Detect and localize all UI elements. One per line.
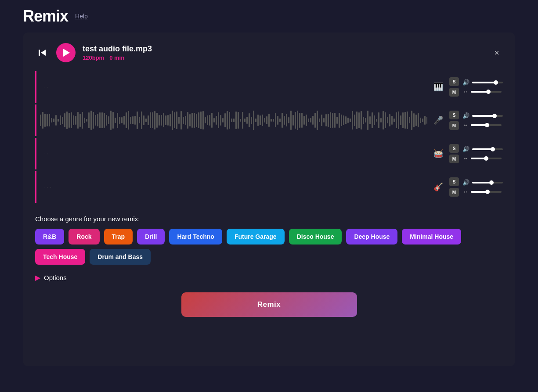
file-meta: 120bpm 0 min bbox=[83, 54, 484, 61]
genre-chip-rnb[interactable]: R&B bbox=[35, 229, 64, 245]
solo-button[interactable]: S bbox=[449, 177, 459, 186]
volume-slider-track[interactable] bbox=[472, 148, 503, 150]
track-row: · ·🥁SM🔊↔ bbox=[35, 138, 503, 169]
guitar-icon: 🎸 bbox=[431, 180, 446, 194]
piano-icon: 🎹 bbox=[431, 79, 446, 94]
main-card: test audio file.mp3 120bpm 0 min × · ·🎹S… bbox=[23, 32, 515, 366]
genre-chip-rock[interactable]: Rock bbox=[69, 229, 99, 245]
pan-slider-track[interactable] bbox=[471, 124, 502, 126]
mute-button[interactable]: M bbox=[449, 88, 459, 97]
player-header: test audio file.mp3 120bpm 0 min × bbox=[35, 43, 503, 62]
help-link[interactable]: Help bbox=[75, 13, 88, 20]
track-controls: 🥁SM🔊↔ bbox=[431, 144, 503, 163]
svg-rect-0 bbox=[39, 50, 40, 56]
drum-icon: 🥁 bbox=[431, 146, 446, 161]
volume-icon: 🔊 bbox=[462, 179, 469, 186]
volume-slider-row: 🔊 bbox=[462, 112, 503, 119]
pan-slider-row: ↔ bbox=[462, 188, 502, 195]
mute-button[interactable]: M bbox=[449, 155, 459, 163]
track-waveform: · · · bbox=[36, 174, 431, 200]
pan-icon: ↔ bbox=[462, 88, 468, 95]
waveform-dots: · · bbox=[40, 151, 48, 156]
slider-column: 🔊↔ bbox=[462, 79, 503, 95]
genre-chips: R&BRockTrapDrillHard TechnoFuture Garage… bbox=[35, 229, 503, 265]
sm-buttons: SM bbox=[449, 111, 459, 130]
pan-slider-track[interactable] bbox=[471, 191, 502, 193]
volume-slider-track[interactable] bbox=[472, 115, 503, 117]
volume-icon: 🔊 bbox=[462, 146, 469, 152]
bpm-label: 120bpm bbox=[83, 54, 104, 61]
volume-slider-row: 🔊 bbox=[462, 146, 503, 152]
genre-chip-minimal-house[interactable]: Minimal House bbox=[402, 229, 461, 245]
pan-icon: ↔ bbox=[462, 188, 468, 195]
waveform-dots: · · bbox=[40, 85, 48, 90]
file-name: test audio file.mp3 bbox=[83, 44, 484, 54]
close-button[interactable]: × bbox=[491, 47, 503, 59]
slider-column: 🔊↔ bbox=[462, 179, 503, 195]
mic-icon: 🎤 bbox=[431, 113, 446, 128]
sm-buttons: SM bbox=[449, 144, 459, 163]
solo-button[interactable]: S bbox=[449, 111, 459, 119]
track-controls: 🎹SM🔊↔ bbox=[431, 77, 503, 97]
tracks-area: · ·🎹SM🔊↔🎤SM🔊↔· ·🥁SM🔊↔· · ·🎸SM🔊↔ bbox=[35, 71, 503, 205]
genre-chip-drill[interactable]: Drill bbox=[137, 229, 165, 245]
slider-column: 🔊↔ bbox=[462, 146, 503, 162]
genre-section: Choose a genre for your new remix: R&BRo… bbox=[35, 215, 503, 265]
pan-slider-track[interactable] bbox=[471, 158, 502, 159]
volume-icon: 🔊 bbox=[462, 112, 469, 119]
track-row: · · ·🎸SM🔊↔ bbox=[35, 171, 503, 203]
solo-button[interactable]: S bbox=[449, 144, 459, 153]
svg-marker-1 bbox=[41, 50, 46, 56]
genre-chip-trap[interactable]: Trap bbox=[104, 229, 133, 245]
genre-chip-drum-and-bass[interactable]: Drum and Bass bbox=[90, 249, 151, 265]
genre-section-label: Choose a genre for your new remix: bbox=[35, 215, 503, 223]
mute-button[interactable]: M bbox=[449, 121, 459, 130]
pan-slider-row: ↔ bbox=[462, 88, 502, 95]
track-controls: 🎸SM🔊↔ bbox=[431, 177, 503, 197]
skip-back-button[interactable] bbox=[35, 46, 49, 60]
track-controls: 🎤SM🔊↔ bbox=[431, 111, 503, 130]
pan-slider-row: ↔ bbox=[462, 122, 502, 128]
chevron-right-icon: ▶ bbox=[35, 273, 40, 282]
genre-chip-future-garage[interactable]: Future Garage bbox=[227, 229, 285, 245]
sm-buttons: SM bbox=[449, 177, 459, 197]
top-bar: Remix Help bbox=[0, 0, 538, 32]
genre-chip-hard-techno[interactable]: Hard Techno bbox=[169, 229, 222, 245]
track-waveform: · · bbox=[36, 140, 431, 167]
sm-buttons: SM bbox=[449, 77, 459, 97]
genre-chip-deep-house[interactable]: Deep House bbox=[346, 229, 397, 245]
track-row: 🎤SM🔊↔ bbox=[35, 104, 503, 136]
app-title: Remix bbox=[23, 7, 68, 25]
volume-slider-row: 🔊 bbox=[462, 79, 503, 86]
solo-button[interactable]: S bbox=[449, 77, 459, 86]
options-row[interactable]: ▶ Options bbox=[35, 273, 503, 282]
play-icon bbox=[63, 49, 70, 57]
track-row: · ·🎹SM🔊↔ bbox=[35, 71, 503, 103]
pan-slider-row: ↔ bbox=[462, 155, 502, 162]
file-info: test audio file.mp3 120bpm 0 min bbox=[83, 44, 484, 61]
genre-chip-tech-house[interactable]: Tech House bbox=[35, 249, 85, 265]
volume-icon: 🔊 bbox=[462, 79, 469, 86]
options-label: Options bbox=[44, 274, 67, 281]
slider-column: 🔊↔ bbox=[462, 112, 503, 128]
mute-button[interactable]: M bbox=[449, 188, 459, 197]
volume-slider-track[interactable] bbox=[472, 182, 503, 183]
volume-slider-row: 🔊 bbox=[462, 179, 503, 186]
pan-icon: ↔ bbox=[462, 122, 468, 128]
track-waveform: · · bbox=[36, 74, 431, 100]
waveform-dots: · · · bbox=[40, 185, 52, 190]
remix-button[interactable]: Remix bbox=[181, 292, 357, 317]
remix-button-wrapper: Remix bbox=[35, 292, 503, 317]
genre-chip-disco-house[interactable]: Disco House bbox=[289, 229, 342, 245]
pan-icon: ↔ bbox=[462, 155, 468, 162]
track-waveform bbox=[36, 107, 431, 133]
volume-slider-track[interactable] bbox=[472, 82, 503, 83]
pan-slider-track[interactable] bbox=[471, 91, 502, 93]
play-button[interactable] bbox=[56, 43, 76, 62]
duration-label: 0 min bbox=[109, 54, 124, 61]
